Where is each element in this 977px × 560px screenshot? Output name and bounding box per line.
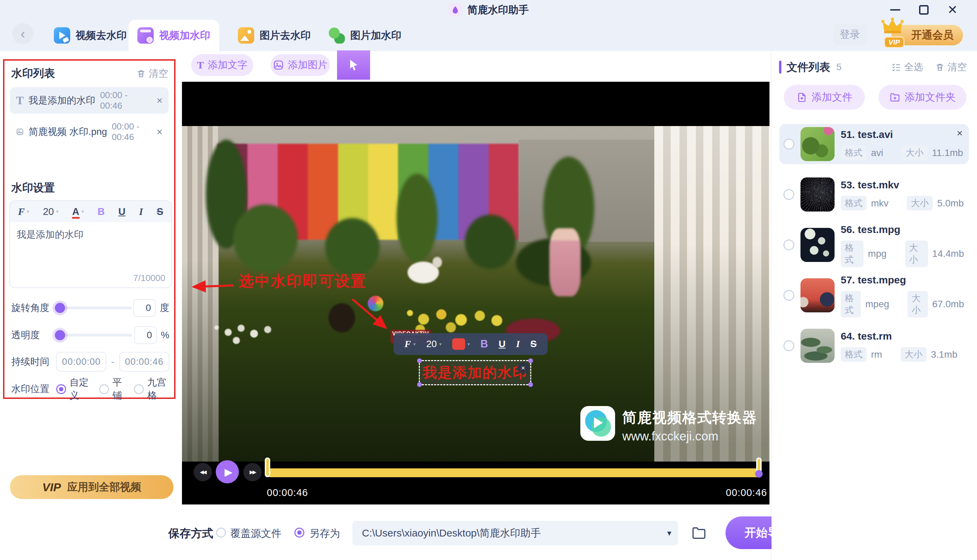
save-as-label: 另存为 — [309, 527, 340, 541]
text-tool-icon: T — [16, 94, 24, 107]
position-option-tile[interactable]: 平铺 — [99, 376, 127, 402]
watermark-clear-button[interactable]: 清空 — [136, 67, 168, 80]
file-checkbox[interactable] — [784, 189, 794, 200]
forward-button[interactable]: ▶▶ — [243, 463, 262, 481]
position-option-custom[interactable]: 自定义 — [56, 376, 92, 402]
editor-format-toolbar: F▾ 20▾ A▾ B U I S — [10, 201, 172, 222]
file-thumbnail — [800, 177, 835, 212]
position-option-grid[interactable]: 九宫格 — [134, 376, 169, 402]
vip-subscribe-button[interactable]: VIP 开通会员 — [892, 25, 963, 45]
scene-ball — [368, 296, 383, 311]
watermark-item-text[interactable]: T 我是添加的水印 00:00 - 00:46 × — [10, 87, 169, 114]
app-window: 简鹿水印助手 ✕ ‹ 视频去水印 视频加水印 图片去水印 图片加水印 登录 — [0, 0, 977, 560]
underline-button[interactable]: U — [499, 338, 505, 350]
chevron-down-icon: ▾ — [413, 341, 416, 347]
remove-file-button[interactable]: × — [957, 127, 963, 139]
video-remove-icon — [54, 27, 70, 43]
opacity-slider[interactable] — [56, 334, 132, 337]
resize-handle[interactable] — [528, 358, 533, 363]
select-all-button[interactable]: 全选 — [892, 61, 923, 73]
scene-sheep-head — [432, 257, 442, 268]
file-row[interactable]: 51. test.avi 格式avi 大小11.1mb × — [779, 124, 969, 164]
rotation-slider-knob[interactable] — [55, 303, 65, 313]
selected-watermark-box[interactable]: 我是添加的水印 × — [419, 360, 531, 385]
opacity-slider-knob[interactable] — [55, 330, 65, 340]
font-family-select[interactable]: F▾ — [18, 206, 29, 217]
apply-to-all-button[interactable]: VIP 应用到全部视频 — [10, 475, 173, 499]
add-folder-button[interactable]: 添加文件夹 — [879, 85, 967, 110]
font-color-select[interactable]: A▾ — [72, 206, 84, 217]
image-remove-icon — [238, 27, 254, 43]
rewind-button[interactable]: ◀◀ — [193, 463, 212, 481]
file-checkbox[interactable] — [784, 240, 794, 250]
font-size-select[interactable]: 20▾ — [426, 338, 442, 350]
file-row[interactable]: 57. test.mpeg 格式mpeg 大小67.0mb — [779, 275, 969, 315]
vip-badge: VIP — [42, 481, 61, 494]
italic-button[interactable]: I — [139, 206, 143, 217]
font-color-select[interactable]: ▾ — [452, 338, 470, 350]
tab-video-remove-watermark[interactable]: 视频去水印 — [45, 20, 136, 51]
file-clear-button[interactable]: 清空 — [935, 61, 967, 73]
resize-handle[interactable] — [528, 382, 533, 387]
file-thumbnail — [800, 278, 835, 312]
section-accent-bar — [779, 61, 781, 73]
radio-icon — [99, 384, 109, 394]
add-image-button[interactable]: 添加图片 — [270, 54, 330, 76]
font-size-select[interactable]: 20▾ — [43, 206, 58, 217]
file-row[interactable]: 56. test.mpg 格式mpg 大小14.4mb — [779, 225, 969, 265]
trim-handle-left[interactable] — [265, 457, 270, 477]
select-tool-button[interactable] — [337, 50, 370, 80]
opacity-value-input[interactable]: 0 — [134, 326, 157, 344]
remove-watermark-icon[interactable]: × — [157, 126, 163, 138]
play-button[interactable]: ▶ — [216, 460, 239, 483]
tab-video-add-watermark[interactable]: 视频加水印 — [128, 20, 219, 51]
output-path-input[interactable]: C:\Users\xiaoyin\Desktop\简鹿水印助手 ▾ — [352, 521, 678, 545]
file-row[interactable]: 64. test.rm 格式rm 大小3.1mb — [779, 326, 969, 366]
file-checkbox[interactable] — [784, 340, 794, 351]
window-controls: ✕ — [889, 0, 959, 20]
radio-icon — [56, 384, 66, 394]
strikethrough-button[interactable]: S — [157, 206, 163, 217]
resize-handle[interactable] — [417, 358, 422, 363]
remove-watermark-icon[interactable]: × — [157, 95, 163, 106]
file-plus-icon — [796, 92, 807, 103]
overwrite-radio[interactable] — [216, 528, 226, 538]
maximize-button[interactable] — [917, 3, 931, 17]
font-family-select[interactable]: F▾ — [405, 338, 416, 350]
duration-end-input[interactable]: 00:00:46 — [119, 352, 169, 372]
tab-image-add-watermark[interactable]: 图片加水印 — [320, 20, 410, 51]
save-as-radio[interactable] — [294, 528, 304, 538]
image-add-icon — [328, 27, 345, 43]
resize-handle[interactable] — [417, 382, 422, 387]
browse-folder-button[interactable] — [690, 525, 707, 542]
file-checkbox[interactable] — [784, 290, 794, 301]
playhead-knob[interactable] — [755, 470, 763, 478]
add-text-button[interactable]: T 添加文字 — [191, 54, 253, 76]
titlebar: 简鹿水印助手 — [0, 0, 977, 20]
watermark-item-image[interactable]: 简鹿视频 水印.png 00:00 - 00:46 × — [10, 118, 169, 145]
minimize-button[interactable] — [889, 3, 902, 17]
tab-image-remove-watermark[interactable]: 图片去水印 — [229, 20, 320, 51]
char-counter: 7/10000 — [133, 273, 165, 283]
back-button[interactable]: ‹ — [12, 23, 33, 44]
file-checkbox[interactable] — [784, 138, 794, 150]
file-count: 5 — [836, 62, 842, 73]
checklist-icon — [892, 62, 901, 72]
duration-start-input[interactable]: 00:00:00 — [56, 352, 106, 372]
close-button[interactable]: ✕ — [945, 3, 959, 17]
rotation-value-input[interactable]: 0 — [133, 299, 156, 317]
strikethrough-button[interactable]: S — [530, 338, 537, 350]
file-row[interactable]: 53. test.mkv 格式mkv 大小5.0mb — [779, 174, 969, 215]
bold-button[interactable]: B — [480, 338, 488, 350]
watermark-text-input[interactable]: 我是添加的水印 — [17, 228, 83, 241]
bold-button[interactable]: B — [97, 206, 105, 217]
delete-watermark-button[interactable]: × — [517, 362, 529, 374]
add-file-button[interactable]: 添加文件 — [784, 85, 865, 110]
duration-row: 持续时间 00:00:00 - 00:00:46 — [11, 352, 169, 371]
underline-button[interactable]: U — [118, 206, 125, 217]
total-time: 00:00:46 — [726, 487, 767, 498]
italic-button[interactable]: I — [516, 338, 520, 350]
timeline-track[interactable] — [266, 468, 762, 477]
rotation-slider[interactable] — [56, 307, 132, 309]
login-button[interactable]: 登录 — [833, 23, 867, 45]
